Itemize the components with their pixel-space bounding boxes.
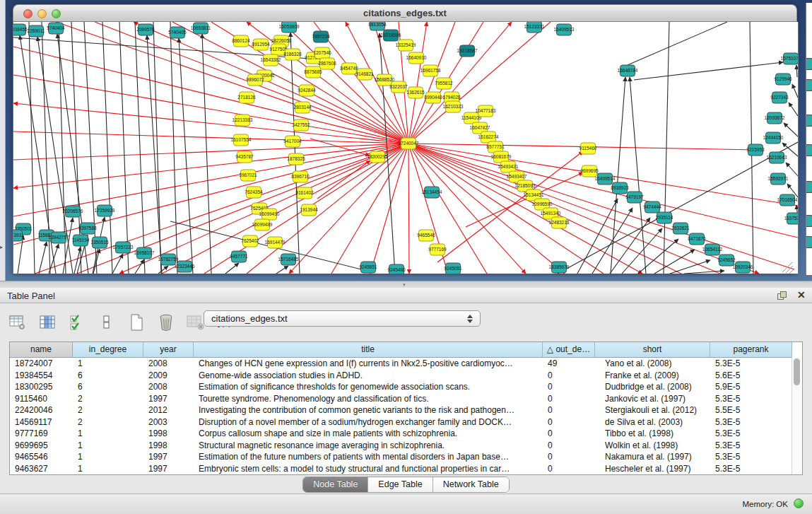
network-node[interactable]: 9777169	[428, 244, 447, 255]
network-node[interactable]: 1938455	[13, 24, 28, 35]
network-node[interactable]: 9242844	[298, 85, 316, 96]
table-row[interactable]: 946362711997Embryonic stem cells: a mode…	[10, 463, 802, 475]
column-header-pagerank[interactable]: pagerank	[710, 342, 792, 357]
network-node[interactable]: 12093872	[765, 112, 785, 124]
close-icon[interactable]: ✕	[797, 289, 806, 300]
network-node[interactable]: 1878325	[287, 153, 305, 165]
network-view-window[interactable]: citations_edges.txt 17240047886012489129…	[13, 4, 797, 274]
scrollbar-thumb[interactable]	[794, 358, 800, 385]
network-node[interactable]: 16648784	[618, 65, 638, 76]
network-node[interactable]: 16409513	[554, 24, 575, 35]
network-node[interactable]: 3427552	[292, 119, 310, 131]
network-node[interactable]: 16409514	[595, 173, 616, 185]
network-node[interactable]: 1913944	[300, 204, 318, 216]
network-node[interactable]: 16099490	[259, 209, 280, 220]
network-node[interactable]: 18300295	[367, 151, 388, 163]
table-row[interactable]: 1938455462009Genome-wide association stu…	[10, 370, 802, 382]
network-node[interactable]: 16210643	[767, 152, 787, 163]
panel-splitter[interactable]: ▾	[0, 281, 812, 288]
column-header-name[interactable]: name	[10, 342, 73, 357]
network-node[interactable]: 9699695	[580, 165, 599, 177]
column-header-in_degree[interactable]: in_degree	[73, 342, 143, 357]
network-node[interactable]: 7632621	[671, 223, 690, 234]
new-file-icon[interactable]	[126, 311, 147, 334]
network-node[interactable]: 12483218	[549, 217, 570, 228]
tab-edge-table[interactable]: Edge Table	[368, 477, 433, 492]
network-node[interactable]: 7955812	[435, 78, 453, 89]
network-node[interactable]: 9146821	[355, 69, 374, 80]
network-node[interactable]: 10920346	[733, 262, 753, 273]
network-node[interactable]: 19218586	[381, 30, 401, 41]
table-mode-icon[interactable]	[7, 311, 28, 334]
network-node[interactable]: 1207546	[313, 47, 331, 59]
network-node[interactable]: 16958107	[134, 247, 155, 259]
column-header-year[interactable]: year	[143, 342, 194, 357]
network-node[interactable]: 12323446	[175, 261, 195, 272]
network-node[interactable]: 8860124	[232, 35, 250, 47]
tab-network-table[interactable]: Network Table	[433, 477, 509, 492]
network-node[interactable]: 2089576	[136, 24, 155, 35]
table-row[interactable]: 911546021997Tourette syndrome. Phenomeno…	[10, 393, 802, 405]
network-node[interactable]: 16961758	[420, 65, 441, 76]
network-node[interactable]: 2269011	[28, 25, 45, 37]
network-node[interactable]: 1145194	[72, 235, 90, 246]
network-node[interactable]: 2718126	[237, 92, 256, 103]
network-node[interactable]: 11075334	[784, 213, 798, 224]
network-node[interactable]: 9115460	[579, 143, 597, 154]
network-node[interactable]: 9161402	[295, 187, 314, 199]
network-node[interactable]: 9465546	[417, 230, 435, 241]
network-node[interactable]: 17359928	[95, 205, 115, 216]
network-node[interactable]: 13325419	[396, 40, 416, 51]
network-node[interactable]: 2803144	[293, 102, 312, 113]
network-node[interactable]: 8396710	[291, 171, 310, 182]
network-node[interactable]: 20206576	[63, 206, 83, 217]
network-node[interactable]: 8912954	[252, 39, 270, 50]
network-node[interactable]: 12444150	[763, 132, 784, 144]
network-node[interactable]: 3913911	[13, 230, 24, 241]
network-node[interactable]: 9417004	[283, 136, 302, 147]
network-node[interactable]: 9474444	[643, 201, 661, 213]
network-node[interactable]: 10654112	[702, 244, 723, 255]
network-node[interactable]: 16914479	[265, 237, 286, 248]
network-node[interactable]: 16210323	[443, 101, 464, 112]
network-node[interactable]: 12213383	[233, 115, 253, 126]
network-node[interactable]: 16640910	[406, 52, 427, 64]
network-node[interactable]: 15592971	[768, 173, 789, 185]
column-header-short[interactable]: short	[595, 342, 710, 357]
network-node[interactable]: 7625402	[241, 235, 259, 247]
network-node[interactable]: 15123331	[524, 22, 545, 33]
network-node[interactable]: 6479197	[625, 192, 644, 203]
network-node[interactable]: 10477183	[476, 105, 496, 117]
network-node[interactable]: 10653811	[191, 23, 211, 34]
network-node[interactable]: 8186328	[283, 49, 302, 60]
network-node[interactable]: 2867608	[318, 58, 336, 69]
table-row[interactable]: 946554611997Estimation of the future num…	[10, 451, 802, 463]
network-node[interactable]: 15751074	[781, 53, 798, 64]
network-node[interactable]: 9245081	[444, 263, 462, 274]
network-node[interactable]: 9896072	[246, 74, 264, 86]
network-node[interactable]: 16543382	[261, 54, 281, 66]
network-node[interactable]: 13942757	[49, 232, 69, 243]
network-canvas[interactable]: 1724004788601248912954182260589127505818…	[13, 22, 799, 274]
network-node[interactable]: 1350515	[90, 237, 109, 248]
splitter-grip-icon[interactable]: ▾	[403, 282, 406, 288]
network-node[interactable]: 17016504	[777, 194, 798, 206]
network-node[interactable]: 16107554	[231, 134, 252, 146]
network-node[interactable]: 3967021	[239, 170, 257, 181]
checklist-icon[interactable]	[66, 311, 88, 334]
network-node[interactable]: 9215953	[746, 144, 765, 156]
cells-icon[interactable]	[96, 311, 117, 334]
network-node[interactable]: 15134454	[422, 187, 442, 198]
network-node[interactable]: 9245651	[359, 262, 377, 273]
network-node[interactable]: 18385676	[549, 262, 570, 273]
network-node[interactable]: 1362615	[406, 87, 425, 98]
network-node[interactable]: 7624354	[245, 187, 263, 198]
network-node[interactable]: 5740404	[47, 23, 65, 34]
table-row[interactable]: 1456911722003Disruption of a novel membe…	[10, 416, 802, 428]
network-node[interactable]: 9129946	[774, 74, 792, 85]
network-node[interactable]: 9435787	[235, 151, 254, 163]
network-node[interactable]: 9457771	[230, 251, 248, 262]
network-table-selector[interactable]: citations_edges.txt	[204, 310, 481, 327]
column-header-title[interactable]: title	[194, 342, 543, 357]
table-row[interactable]: 977716911998Corpus callosum shape and si…	[10, 428, 802, 440]
